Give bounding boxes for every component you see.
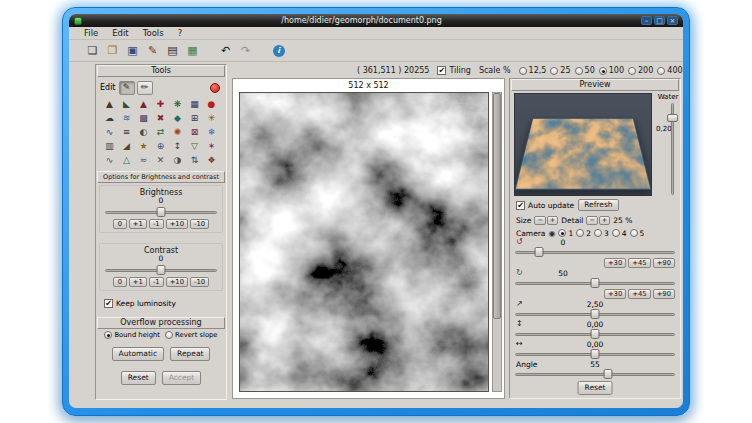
tool-button[interactable]: ◐ [135, 125, 152, 139]
tool-button[interactable]: ▦ [186, 97, 203, 111]
scale-radio[interactable]: 12,5 [519, 66, 547, 75]
contrast-step-button[interactable]: -1 [149, 277, 164, 287]
slider-step-button[interactable]: +30 [604, 258, 626, 268]
slider-handle[interactable] [591, 278, 600, 288]
accept-button[interactable]: Accept [162, 371, 202, 385]
pan-vertical-slider[interactable] [515, 329, 675, 339]
slider-handle[interactable] [591, 329, 600, 339]
about-button[interactable]: i [269, 42, 288, 60]
close-button[interactable]: × [667, 16, 678, 25]
slider-handle[interactable] [591, 349, 600, 359]
print-button[interactable]: ▤ [163, 42, 182, 60]
pan-horizontal-slider[interactable] [515, 349, 675, 359]
canvas-vertical-scrollbar[interactable] [492, 92, 502, 392]
scrollbar-thumb[interactable] [493, 93, 501, 319]
tool-button[interactable]: ⇅ [186, 153, 203, 167]
export-image-button[interactable]: ▦ [183, 42, 202, 60]
tool-button[interactable]: ❖ [203, 153, 220, 167]
new-document-button[interactable]: ❏ [83, 42, 102, 60]
auto-update-checkbox[interactable]: ✔ Auto update [516, 201, 574, 210]
tool-button[interactable]: ◢ [118, 139, 135, 153]
menu-help[interactable]: ? [171, 28, 190, 38]
slider-handle[interactable] [591, 309, 600, 319]
tool-button[interactable]: ❋ [169, 97, 186, 111]
size-stepper-button[interactable]: − [534, 216, 545, 225]
brightness-step-button[interactable]: -10 [190, 219, 209, 229]
zoom-distance-slider[interactable] [515, 309, 675, 319]
overflow-radio[interactable]: Revert slope [165, 331, 218, 339]
water-slider[interactable] [667, 103, 678, 195]
tool-button[interactable]: ▲ [101, 97, 118, 111]
tiling-checkbox[interactable]: ✔ Tiling [437, 66, 470, 75]
tool-button[interactable]: ◑ [169, 153, 186, 167]
tool-button[interactable]: ⊠ [186, 125, 203, 139]
scale-radio[interactable]: 100 [599, 66, 624, 75]
save-button[interactable]: ▣ [123, 42, 142, 60]
maximize-button[interactable]: □ [654, 16, 665, 25]
slider-handle[interactable] [603, 369, 612, 379]
open-file-button[interactable]: ❐ [103, 42, 122, 60]
slider-step-button[interactable]: +45 [628, 258, 650, 268]
rotate-y-slider[interactable] [515, 247, 675, 257]
brightness-step-button[interactable]: -1 [149, 219, 164, 229]
tool-button[interactable]: ▩ [135, 111, 152, 125]
tool-button[interactable]: ✳ [203, 111, 220, 125]
contrast-step-button[interactable]: 0 [113, 277, 127, 287]
camera-radio[interactable]: 3 [594, 229, 609, 238]
tool-button[interactable]: ≡ [118, 125, 135, 139]
slider-step-button[interactable]: +90 [653, 258, 675, 268]
preview-reset-button[interactable]: Reset [578, 381, 613, 395]
slider-handle[interactable] [667, 114, 678, 122]
menu-tools[interactable]: Tools [136, 28, 171, 38]
contrast-step-button[interactable]: +1 [129, 277, 147, 287]
slider-handle[interactable] [157, 207, 166, 217]
tool-button[interactable]: ▽ [186, 139, 203, 153]
automatic-button[interactable]: Automatic [112, 347, 164, 361]
pen-tool[interactable]: ✏ [137, 81, 153, 95]
brightness-slider[interactable] [105, 207, 217, 217]
detail-stepper-button[interactable]: + [599, 216, 610, 225]
camera-radio[interactable]: 4 [612, 229, 627, 238]
scale-radio[interactable]: 50 [575, 66, 595, 75]
rotate-x-slider[interactable] [515, 278, 675, 288]
tool-button[interactable]: ∿ [101, 153, 118, 167]
tool-button[interactable]: ≋ [118, 111, 135, 125]
tool-button[interactable]: ▲ [135, 97, 152, 111]
tool-button[interactable]: ↕ [169, 139, 186, 153]
slider-step-button[interactable]: +45 [628, 289, 650, 299]
contrast-slider[interactable] [105, 265, 217, 275]
tool-button[interactable]: ★ [135, 139, 152, 153]
menu-file[interactable]: File [77, 28, 105, 38]
tool-button[interactable]: ☁ [101, 111, 118, 125]
slider-step-button[interactable]: +30 [604, 289, 626, 299]
titlebar[interactable]: /home/didier/geomorph/document0.png –□× [69, 14, 683, 27]
tool-button[interactable]: ≈ [135, 153, 152, 167]
undo-button[interactable]: ↶ [216, 42, 235, 60]
view-angle-slider[interactable] [515, 369, 675, 379]
tool-button[interactable]: ◣ [118, 97, 135, 111]
brightness-step-button[interactable]: 0 [113, 219, 127, 229]
tool-button[interactable]: ✶ [203, 139, 220, 153]
tool-button[interactable]: ◆ [169, 111, 186, 125]
camera-radio[interactable]: 2 [576, 229, 591, 238]
tool-button[interactable]: ✺ [169, 125, 186, 139]
preview-3d-view[interactable] [514, 93, 652, 196]
detail-stepper-button[interactable]: − [586, 216, 597, 225]
save-as-button[interactable]: ✎ [143, 42, 162, 60]
reset-button[interactable]: Reset [121, 371, 156, 385]
brightness-step-button[interactable]: +10 [166, 219, 188, 229]
menu-edit[interactable]: Edit [105, 28, 135, 38]
tool-button[interactable]: ⊕ [152, 139, 169, 153]
tool-button[interactable]: ▥ [101, 139, 118, 153]
keep-luminosity-checkbox[interactable]: ✔ Keep luminosity [104, 299, 176, 308]
slider-step-button[interactable]: +90 [653, 289, 675, 299]
tool-button[interactable]: ⊞ [186, 111, 203, 125]
tool-button[interactable]: ⇄ [152, 125, 169, 139]
tool-button[interactable]: ∿ [101, 125, 118, 139]
camera-radio[interactable]: 5 [630, 229, 645, 238]
redo-button[interactable]: ↷ [236, 42, 255, 60]
tool-button[interactable]: △ [118, 153, 135, 167]
scale-radio[interactable]: 200 [628, 66, 653, 75]
slider-handle[interactable] [535, 247, 544, 257]
scale-radio[interactable]: 400 [657, 66, 682, 75]
